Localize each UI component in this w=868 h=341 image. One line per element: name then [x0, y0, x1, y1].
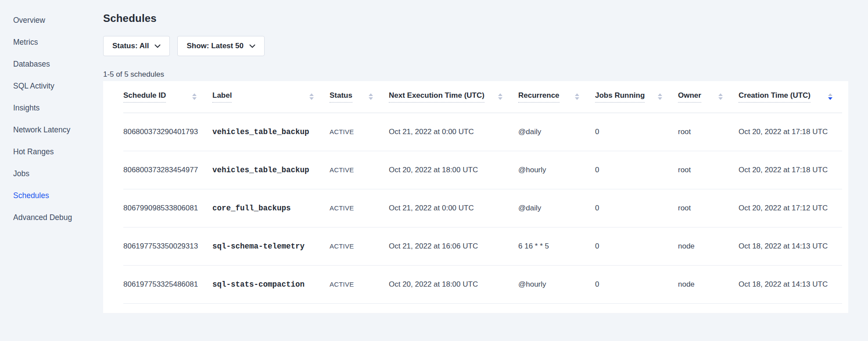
table-row: 806197753350029313 sql-schema-telemetry …: [123, 227, 842, 265]
column-header-label: Label: [212, 91, 232, 103]
schedule-id-cell: 806799098533806081: [123, 189, 212, 227]
table-row: 806800373290401793 vehicles_table_backup…: [123, 113, 842, 151]
column-header-owner[interactable]: Owner: [678, 81, 739, 113]
creation-time-cell: Oct 18, 2022 at 14:13 UTC: [739, 265, 842, 303]
schedule-id-cell: 806197753350029313: [123, 227, 212, 265]
next-execution-cell: Oct 21, 2022 at 16:06 UTC: [389, 227, 518, 265]
sidebar-item-hot-ranges[interactable]: Hot Ranges: [13, 141, 99, 163]
column-header-label: Jobs Running: [595, 91, 645, 103]
next-execution-cell: Oct 21, 2022 at 0:00 UTC: [389, 113, 518, 151]
column-header-label: Owner: [678, 91, 701, 103]
column-header-creation-time[interactable]: Creation Time (UTC): [739, 81, 842, 113]
status-cell: ACTIVE: [330, 227, 389, 265]
schedule-label-cell: core_full_backups: [212, 189, 330, 227]
owner-cell: node: [678, 265, 739, 303]
jobs-running-cell: 0: [595, 189, 678, 227]
creation-time-cell: Oct 20, 2022 at 17:18 UTC: [739, 113, 842, 151]
recurrence-cell: 6 16 * * 5: [518, 227, 595, 265]
sort-icon[interactable]: [575, 93, 579, 100]
column-header-status[interactable]: Status: [330, 81, 389, 113]
creation-time-cell: Oct 20, 2022 at 17:12 UTC: [739, 189, 842, 227]
status-cell: ACTIVE: [330, 189, 389, 227]
page-title: Schedules: [103, 12, 848, 25]
filter-bar: Status: All Show: Latest 50: [103, 36, 848, 56]
creation-time-cell: Oct 18, 2022 at 14:13 UTC: [739, 227, 842, 265]
sidebar-item-databases[interactable]: Databases: [13, 53, 99, 75]
schedule-label-cell: vehicles_table_backup: [212, 113, 330, 151]
chevron-down-icon: [249, 42, 255, 50]
status-cell: ACTIVE: [330, 113, 389, 151]
schedule-id-cell: 806800373290401793: [123, 113, 212, 151]
table-row: 806800373283454977 vehicles_table_backup…: [123, 151, 842, 189]
chevron-down-icon: [154, 42, 161, 50]
column-header-label: Creation Time (UTC): [739, 91, 811, 103]
status-cell: ACTIVE: [330, 151, 389, 189]
owner-cell: root: [678, 189, 739, 227]
status-filter-dropdown[interactable]: Status: All: [103, 36, 170, 56]
main-content: Schedules Status: All Show: Latest 50 1-…: [103, 0, 848, 313]
owner-cell: node: [678, 227, 739, 265]
column-header-next-execution-time[interactable]: Next Execution Time (UTC): [389, 81, 518, 113]
show-filter-dropdown[interactable]: Show: Latest 50: [177, 36, 264, 56]
sort-icon[interactable]: [658, 93, 662, 100]
schedule-label-cell: sql-stats-compaction: [212, 265, 330, 303]
owner-cell: root: [678, 151, 739, 189]
sidebar-item-sql-activity[interactable]: SQL Activity: [13, 75, 99, 97]
creation-time-cell: Oct 20, 2022 at 17:18 UTC: [739, 151, 842, 189]
sort-icon[interactable]: [369, 93, 373, 100]
column-header-schedule-id[interactable]: Schedule ID: [123, 81, 212, 113]
next-execution-cell: Oct 20, 2022 at 18:00 UTC: [389, 151, 518, 189]
sort-icon-active-desc[interactable]: [828, 93, 832, 100]
column-header-recurrence[interactable]: Recurrence: [518, 81, 595, 113]
schedule-label-cell: sql-schema-telemetry: [212, 227, 330, 265]
owner-cell: root: [678, 113, 739, 151]
sidebar-item-insights[interactable]: Insights: [13, 97, 99, 119]
status-cell: ACTIVE: [330, 265, 389, 303]
schedule-label-cell: vehicles_table_backup: [212, 151, 330, 189]
column-header-jobs-running[interactable]: Jobs Running: [595, 81, 678, 113]
column-header-label: Schedule ID: [123, 91, 166, 103]
column-header-label[interactable]: Label: [212, 81, 330, 113]
jobs-running-cell: 0: [595, 227, 678, 265]
sidebar-item-overview[interactable]: Overview: [13, 9, 99, 31]
table-row: 806799098533806081 core_full_backups ACT…: [123, 189, 842, 227]
recurrence-cell: @daily: [518, 113, 595, 151]
sort-icon[interactable]: [498, 93, 502, 100]
next-execution-cell: Oct 21, 2022 at 0:00 UTC: [389, 189, 518, 227]
sidebar-item-advanced-debug[interactable]: Advanced Debug: [13, 206, 99, 228]
jobs-running-cell: 0: [595, 113, 678, 151]
table-row: 806197753325486081 sql-stats-compaction …: [123, 265, 842, 303]
column-header-label: Recurrence: [518, 91, 560, 103]
show-filter-label: Show: Latest 50: [187, 42, 243, 50]
column-header-label: Next Execution Time (UTC): [389, 91, 484, 103]
recurrence-cell: @daily: [518, 189, 595, 227]
sort-icon[interactable]: [192, 93, 197, 100]
schedules-table-card: Schedule ID Label Status: [103, 81, 848, 313]
sidebar-item-schedules[interactable]: Schedules: [13, 185, 99, 206]
sidebar-item-metrics[interactable]: Metrics: [13, 31, 99, 53]
schedules-table: Schedule ID Label Status: [123, 81, 842, 304]
column-header-label: Status: [330, 91, 352, 103]
recurrence-cell: @hourly: [518, 265, 595, 303]
table-header-row: Schedule ID Label Status: [123, 81, 842, 113]
recurrence-cell: @hourly: [518, 151, 595, 189]
status-filter-label: Status: All: [112, 42, 149, 50]
sidebar-item-network-latency[interactable]: Network Latency: [13, 119, 99, 141]
results-count: 1-5 of 5 schedules: [103, 70, 848, 79]
jobs-running-cell: 0: [595, 151, 678, 189]
sidebar-nav: Overview Metrics Databases SQL Activity …: [13, 9, 99, 228]
next-execution-cell: Oct 20, 2022 at 18:00 UTC: [389, 265, 518, 303]
sort-icon[interactable]: [309, 93, 314, 100]
schedule-id-cell: 806800373283454977: [123, 151, 212, 189]
sidebar-item-jobs[interactable]: Jobs: [13, 163, 99, 185]
schedule-id-cell: 806197753325486081: [123, 265, 212, 303]
jobs-running-cell: 0: [595, 265, 678, 303]
sort-icon[interactable]: [718, 93, 723, 100]
